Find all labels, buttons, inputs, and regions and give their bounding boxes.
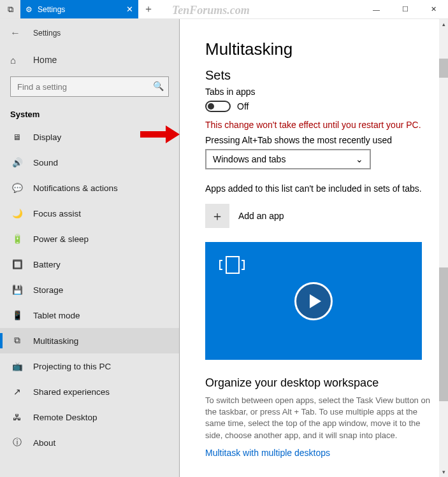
menu-icon: 🔲	[10, 259, 24, 269]
menu-label: Display	[33, 132, 61, 142]
menu-label: Tablet mode	[33, 311, 80, 320]
sidebar-item-notifications-actions[interactable]: 💬Notifications & actions	[0, 175, 179, 201]
taskview-icon	[217, 252, 247, 278]
search-input[interactable]	[10, 76, 169, 97]
home-label: Home	[33, 55, 57, 65]
page-title: Multitasking	[205, 39, 430, 59]
sidebar-item-battery[interactable]: 🔲Battery	[0, 252, 179, 277]
menu-label: Projecting to this PC	[33, 362, 111, 371]
scroll-thumb-2[interactable]	[439, 267, 448, 401]
sidebar-group-system: System	[0, 103, 179, 124]
titlebar: ⧉ ⚙ Settings ✕ ＋ — ☐ ✕	[0, 0, 448, 19]
search-icon: 🔍	[153, 81, 164, 91]
play-icon	[294, 282, 333, 320]
sidebar-item-about[interactable]: ⓘAbout	[0, 430, 179, 455]
menu-label: Remote Desktop	[33, 413, 98, 422]
menu-label: Battery	[33, 260, 61, 269]
scroll-down-icon[interactable]: ▾	[439, 467, 448, 477]
menu-icon: 💾	[10, 285, 24, 295]
workspace-heading: Organize your desktop workspace	[205, 376, 430, 390]
alttab-dropdown[interactable]: Windows and tabs ⌄	[205, 149, 371, 169]
new-tab-button[interactable]: ＋	[138, 0, 159, 18]
workspace-link[interactable]: Multitask with multiple desktops	[205, 448, 430, 458]
chevron-down-icon: ⌄	[356, 154, 363, 164]
menu-icon: 🖥	[10, 132, 24, 142]
menu-label: Power & sleep	[33, 234, 89, 244]
taskview-button[interactable]: ⧉	[0, 0, 20, 18]
restart-warning: This change won't take effect until you …	[205, 120, 430, 130]
menu-icon: 🔋	[10, 234, 24, 244]
close-button[interactable]: ✕	[419, 0, 448, 18]
sidebar-item-remote-desktop[interactable]: 🖧Remote Desktop	[0, 404, 179, 430]
app-title: Settings	[33, 29, 61, 38]
sidebar-item-sound[interactable]: 🔊Sound	[0, 150, 179, 175]
alttab-value: Windows and tabs	[213, 154, 285, 164]
sets-heading: Sets	[205, 68, 430, 83]
tabs-label: Tabs in apps	[205, 87, 430, 97]
tabs-toggle[interactable]	[205, 101, 231, 112]
sidebar-item-storage[interactable]: 💾Storage	[0, 277, 179, 303]
menu-icon: ⧉	[10, 336, 24, 346]
menu-label: Storage	[33, 285, 63, 295]
menu-label: Sound	[33, 158, 58, 167]
scroll-up-icon[interactable]: ▴	[439, 19, 448, 29]
menu-icon: ↗	[10, 387, 24, 397]
sidebar-item-display[interactable]: 🖥Display	[0, 124, 179, 150]
menu-label: Focus assist	[33, 209, 81, 218]
sidebar-item-tablet-mode[interactable]: 📱Tablet mode	[0, 303, 179, 328]
close-tab-icon[interactable]: ✕	[126, 4, 133, 14]
menu-label: About	[33, 438, 55, 448]
menu-icon: 📱	[10, 310, 24, 320]
alttab-label: Pressing Alt+Tab shows the most recently…	[205, 135, 430, 145]
sidebar-item-power-sleep[interactable]: 🔋Power & sleep	[0, 226, 179, 252]
scroll-thumb[interactable]	[439, 59, 448, 78]
sidebar-item-projecting-to-this-pc[interactable]: 📺Projecting to this PC	[0, 353, 179, 379]
sidebar-home[interactable]: ⌂ Home	[0, 47, 179, 73]
home-icon: ⌂	[10, 55, 24, 66]
sidebar: ← Settings ⌂ Home 🔍 System 🖥Display🔊Soun…	[0, 19, 180, 477]
apps-info: Apps added to this list can't be include…	[205, 183, 430, 194]
menu-icon: 🔊	[10, 157, 24, 167]
add-app-button[interactable]: ＋	[205, 204, 229, 228]
main-content: ▴ ▾ Multitasking Sets Tabs in apps Off T…	[180, 19, 448, 477]
sidebar-menu: 🖥Display🔊Sound💬Notifications & actions🌙F…	[0, 124, 179, 455]
scrollbar[interactable]: ▴ ▾	[439, 19, 448, 477]
menu-icon: 💬	[10, 183, 24, 193]
menu-icon: 📺	[10, 361, 24, 371]
sidebar-item-multitasking[interactable]: ⧉Multitasking	[0, 328, 179, 353]
sidebar-item-shared-experiences[interactable]: ↗Shared experiences	[0, 379, 179, 404]
menu-label: Multitasking	[33, 336, 78, 346]
video-preview[interactable]	[205, 242, 422, 360]
maximize-button[interactable]: ☐	[391, 0, 419, 18]
back-button[interactable]: ←	[10, 27, 20, 39]
menu-icon: ⓘ	[10, 437, 24, 448]
add-app-label: Add an app	[238, 211, 284, 221]
menu-label: Notifications & actions	[33, 183, 118, 193]
menu-icon: 🌙	[10, 208, 24, 218]
window-controls: — ☐ ✕	[362, 0, 448, 18]
toggle-state: Off	[237, 101, 249, 111]
gear-icon: ⚙	[25, 5, 33, 14]
menu-label: Shared experiences	[33, 387, 110, 397]
search-input-wrap: 🔍	[10, 76, 169, 97]
sidebar-item-focus-assist[interactable]: 🌙Focus assist	[0, 201, 179, 226]
workspace-desc: To switch between open apps, select the …	[205, 395, 430, 441]
tab-settings[interactable]: ⚙ Settings ✕	[20, 0, 138, 18]
tab-label: Settings	[38, 5, 65, 14]
menu-icon: 🖧	[10, 413, 24, 422]
minimize-button[interactable]: —	[362, 0, 391, 18]
